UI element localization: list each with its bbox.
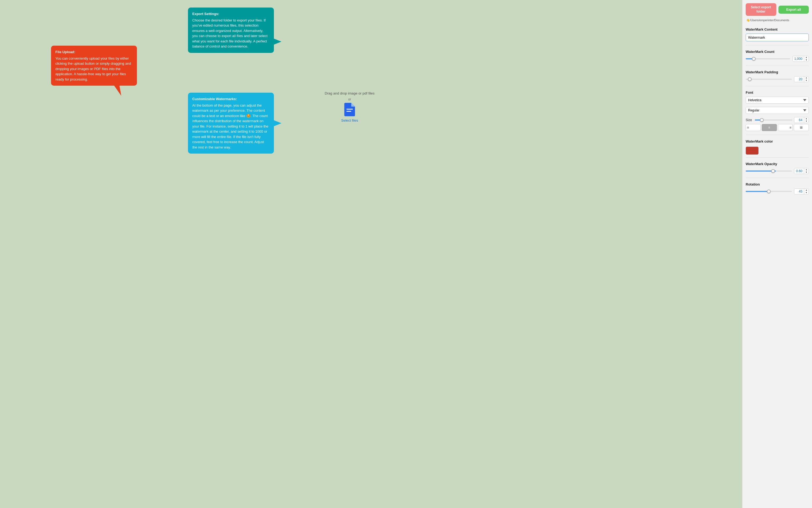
- watermark-color-row: [746, 145, 809, 155]
- tooltip-file-upload-title: File Upload:: [55, 49, 133, 55]
- watermark-count-label: WaterMark Count: [746, 50, 809, 54]
- font-size-down[interactable]: ▼: [804, 120, 809, 123]
- font-size-up[interactable]: ▲: [804, 117, 809, 120]
- watermark-padding-arrows: ▲ ▼: [804, 77, 809, 82]
- watermark-color-swatch[interactable]: [746, 146, 759, 155]
- watermark-count-stepper: 1,000 ▲ ▼: [793, 56, 809, 62]
- select-files-link[interactable]: Select files: [341, 118, 358, 122]
- tooltip-export: Export Settings: Choose the desired fold…: [188, 7, 274, 53]
- font-family-wrapper: Helvetica: [746, 97, 809, 105]
- divider-2: [746, 66, 809, 66]
- watermark-opacity-label: WaterMark Opacity: [746, 162, 809, 166]
- divider-4: [746, 135, 809, 135]
- watermark-padding-row: 20 ▲ ▼: [746, 76, 809, 82]
- font-size-slider-container: [755, 118, 793, 122]
- watermark-opacity-value: 0.60: [794, 169, 804, 173]
- rotation-slider-container: [746, 189, 792, 194]
- font-size-stepper: 64 ▲ ▼: [794, 117, 809, 123]
- export-all-button[interactable]: Export all: [778, 6, 809, 14]
- tooltip-file-upload-body: You can conveniently upload your files b…: [55, 56, 133, 82]
- watermark-count-slider[interactable]: [746, 58, 790, 59]
- font-style-wrapper: Regular: [746, 107, 809, 116]
- tooltip-export-title: Export Settings:: [192, 11, 269, 17]
- align-grid-button[interactable]: ⊞: [794, 124, 809, 131]
- watermark-content-input[interactable]: [746, 34, 809, 41]
- font-size-label: Size: [746, 118, 753, 122]
- watermark-content-label: WaterMark Content: [746, 28, 809, 32]
- watermark-count-slider-container: [746, 56, 790, 61]
- sidebar-top-actions: Select export folder Export all: [746, 3, 809, 16]
- tooltip-export-body: Choose the desired folder to export your…: [192, 18, 269, 49]
- rotation-label: Rotation: [746, 182, 809, 186]
- divider-3: [746, 86, 809, 86]
- font-size-value: 64: [794, 118, 804, 122]
- divider-1: [746, 45, 809, 45]
- watermark-padding-label: WaterMark Padding: [746, 70, 809, 74]
- font-family-select[interactable]: Helvetica: [746, 97, 809, 103]
- watermark-count-value: 1,000: [793, 56, 804, 61]
- watermark-padding-down[interactable]: ▼: [804, 79, 809, 82]
- drag-drop-label: Drag and drop image or pdf files: [325, 91, 375, 95]
- tooltip-watermark: Customizable Watermarks: At the bottom o…: [188, 93, 274, 154]
- watermark-count-up[interactable]: ▲: [804, 56, 809, 59]
- watermark-opacity-row: 0.60 ▲ ▼: [746, 168, 809, 174]
- divider-5: [746, 157, 809, 158]
- svg-rect-0: [346, 109, 353, 110]
- watermark-opacity-down[interactable]: ▼: [804, 171, 809, 174]
- watermark-opacity-slider[interactable]: [746, 170, 792, 172]
- file-icon: [344, 103, 355, 116]
- tooltip-watermark-body: At the bottom of the page, you can adjus…: [192, 103, 269, 150]
- sidebar: Select export folder Export all 👋/Users/…: [742, 0, 812, 508]
- watermark-padding-stepper: 20 ▲ ▼: [794, 76, 809, 82]
- rotation-down[interactable]: ▼: [804, 192, 809, 194]
- watermark-opacity-stepper: 0.60 ▲ ▼: [794, 168, 809, 174]
- tooltip-file-upload: File Upload: You can conveniently upload…: [51, 46, 137, 86]
- svg-rect-1: [346, 111, 351, 112]
- watermark-padding-up[interactable]: ▲: [804, 77, 809, 79]
- watermark-opacity-up[interactable]: ▲: [804, 168, 809, 171]
- rotation-arrows: ▲ ▼: [804, 189, 809, 194]
- alignment-row: ≡ ≡ ≡ ⊞: [746, 124, 809, 131]
- rotation-slider[interactable]: [746, 191, 792, 192]
- select-folder-button[interactable]: Select export folder: [746, 3, 776, 16]
- tooltip-watermark-title: Customizable Watermarks:: [192, 96, 269, 102]
- divider-6: [746, 178, 809, 178]
- font-size-arrows: ▲ ▼: [804, 117, 809, 123]
- font-size-slider[interactable]: [755, 120, 793, 121]
- rotation-up[interactable]: ▲: [804, 189, 809, 192]
- watermark-padding-value: 20: [794, 77, 804, 82]
- folder-path: 👋/Users/emperinter/Documents: [746, 18, 809, 22]
- watermark-count-arrows: ▲ ▼: [804, 56, 809, 61]
- align-right-button[interactable]: ≡: [778, 124, 793, 131]
- watermark-opacity-slider-container: [746, 169, 792, 173]
- main-canvas: File Upload: You can conveniently upload…: [0, 0, 742, 508]
- watermark-color-label: WaterMark color: [746, 139, 809, 143]
- align-left-button[interactable]: ≡: [746, 124, 761, 131]
- or-label: or: [325, 97, 375, 101]
- watermark-count-down[interactable]: ▼: [804, 59, 809, 61]
- font-label: Font: [746, 90, 809, 94]
- drop-zone[interactable]: Drag and drop image or pdf files or Sele…: [325, 91, 375, 123]
- watermark-count-row: 1,000 ▲ ▼: [746, 56, 809, 62]
- rotation-stepper: 45 ▲ ▼: [794, 188, 809, 195]
- align-center-button[interactable]: ≡: [762, 124, 777, 131]
- font-size-row: Size 64 ▲ ▼: [746, 117, 809, 123]
- watermark-opacity-arrows: ▲ ▼: [804, 168, 809, 174]
- font-style-select[interactable]: Regular: [746, 107, 809, 114]
- watermark-padding-slider[interactable]: [746, 79, 792, 80]
- rotation-value: 45: [794, 189, 804, 194]
- watermark-padding-slider-container: [746, 77, 792, 82]
- rotation-row: 45 ▲ ▼: [746, 188, 809, 195]
